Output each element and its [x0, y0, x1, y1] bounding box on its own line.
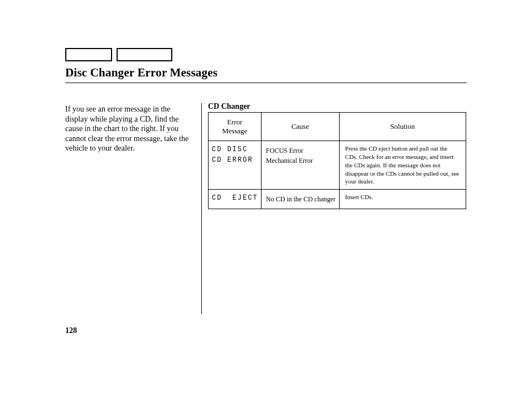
cell-solution: Insert CDs. [339, 190, 466, 209]
vertical-separator [201, 103, 202, 314]
table-row: CD DISC CD ERROR FOCUS Error Mechanical … [209, 141, 466, 190]
tab-box-2 [117, 48, 172, 61]
header-solution: Solution [339, 113, 466, 141]
page-number: 128 [65, 326, 77, 335]
intro-text: If you see an error message in the displ… [65, 104, 191, 153]
page-title: Disc Changer Error Messages [65, 66, 217, 80]
error-table: Error Message Cause Solution CD DISC CD … [208, 112, 466, 209]
right-section: CD Changer Error Message Cause Solution … [208, 102, 466, 209]
cell-error-message: CD DISC CD ERROR [209, 141, 262, 190]
cell-solution: Press the CD eject button and pull out t… [339, 141, 466, 190]
page: Disc Changer Error Messages If you see a… [0, 0, 532, 396]
cell-cause: FOCUS Error Mechanical Error [261, 141, 339, 190]
header-error-message: Error Message [209, 113, 262, 141]
table-row: CD EJECT No CD in the CD changer Insert … [209, 190, 466, 209]
section-label: CD Changer [208, 102, 466, 111]
title-rule [65, 83, 467, 83]
table-header-row: Error Message Cause Solution [209, 113, 466, 141]
cell-cause: No CD in the CD changer [261, 190, 339, 209]
header-cause: Cause [261, 113, 339, 141]
cell-error-message: CD EJECT [209, 190, 262, 209]
header-tabs [65, 48, 172, 61]
tab-box-1 [65, 48, 112, 61]
